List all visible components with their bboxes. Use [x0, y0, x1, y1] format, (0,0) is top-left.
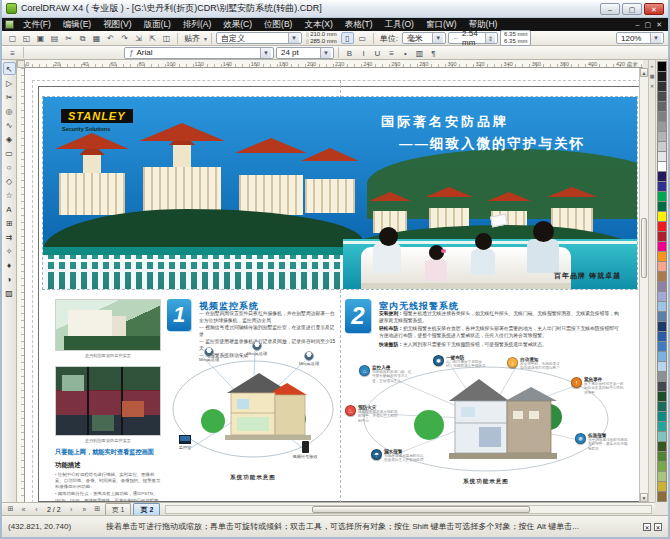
shape-tool[interactable]: ▷ [3, 76, 16, 89]
headline-line2[interactable]: ——细致入微的守护与关怀 [399, 135, 585, 153]
chevron-down-icon[interactable]: ▾ [204, 35, 207, 42]
polygon-tool[interactable]: ◇ [3, 174, 16, 187]
zoom-level-combo[interactable]: 120%▼ [616, 32, 664, 44]
font-family-combo[interactable]: ƒ Arial▼ [124, 47, 274, 59]
ellipse-tool[interactable]: ○ [3, 160, 16, 173]
zoom-tool[interactable]: ◎ [3, 104, 16, 117]
outline-tool[interactable]: ♦ [3, 258, 16, 271]
menu-item[interactable]: 效果(C) [217, 18, 258, 31]
fill-tool[interactable]: ◑ [3, 272, 16, 285]
horizontal-scrollbar[interactable] [165, 505, 652, 514]
horizontal-scroll-thumb[interactable] [312, 506, 530, 513]
vertical-scroll-thumb[interactable] [641, 218, 647, 278]
document-page[interactable]: STANLEY Security Solutions 国际著名安防品牌 ——细致… [38, 86, 640, 502]
section-wireless-alarm[interactable]: 2 室内无线报警系统 安装便利：报警主机通过无线连接各类探头，如无线红外探头、无… [345, 299, 627, 497]
interactive-blend-tool[interactable]: ⇉ [3, 230, 16, 243]
export-icon[interactable]: ⇱ [146, 32, 159, 44]
copy-icon[interactable]: ⧉ [76, 32, 89, 44]
chevron-down-icon[interactable]: ▼ [288, 33, 299, 43]
crop-tool[interactable]: ✂ [3, 90, 16, 103]
add-page-icon[interactable]: ⊞ [92, 505, 103, 513]
brand-slogan[interactable]: 百年品牌 铸就卓越 [554, 271, 621, 281]
headline-line1[interactable]: 国际著名安防品牌 [381, 113, 509, 131]
text-tool[interactable]: A [3, 202, 16, 215]
last-page-icon[interactable]: » [79, 506, 90, 513]
horizontal-ruler[interactable]: 0204060801001201401601802002202402602803… [25, 60, 643, 68]
menu-item[interactable]: 窗口(W) [420, 18, 463, 31]
undo-icon[interactable]: ↶ [104, 32, 117, 44]
flyout-icon[interactable]: ≡ [6, 47, 19, 59]
duplicate-distance-fields[interactable]: 6.35 mm 6.35 mm [500, 30, 531, 46]
table-tool[interactable]: ⊞ [3, 216, 16, 229]
previous-page-icon[interactable]: ‹ [31, 506, 42, 513]
menu-item[interactable]: 文本(X) [298, 18, 338, 31]
underline-icon[interactable]: U [371, 47, 384, 59]
scroll-down-icon[interactable]: ▼ [640, 493, 648, 502]
portrait-orientation-button[interactable]: ▯ [341, 32, 354, 44]
bold-icon[interactable]: B [343, 47, 356, 59]
color-swatch[interactable] [657, 491, 667, 502]
page-tab-2[interactable]: 页 2 [133, 503, 160, 515]
save-icon[interactable]: ▣ [34, 32, 47, 44]
text-align-icon[interactable]: ≡ [385, 47, 398, 59]
stanley-tagline[interactable]: Security Solutions [62, 126, 110, 132]
ruler-origin-corner[interactable] [17, 60, 25, 68]
interactive-fill-tool[interactable]: ▨ [3, 286, 16, 299]
menu-item[interactable]: 编辑(E) [57, 18, 97, 31]
italic-icon[interactable]: I [357, 47, 370, 59]
chevron-down-icon[interactable]: ▼ [320, 48, 331, 58]
menu-item[interactable]: 视图(V) [97, 18, 137, 31]
menu-item[interactable]: 文件(F) [17, 18, 57, 31]
section-video-surveillance[interactable]: 史丹利别墅安防监控实景 史丹利别墅安防监控实景 只要能上网，就能实时查看监控画面… [55, 299, 339, 497]
scroll-up-icon[interactable]: ▲ [640, 68, 648, 77]
print-icon[interactable]: ▤ [48, 32, 61, 44]
maximize-button[interactable]: ▢ [622, 3, 642, 15]
paste-icon[interactable]: ▦ [90, 32, 103, 44]
vertical-scrollbar[interactable]: ▲ ▼ [639, 68, 648, 502]
freehand-tool[interactable]: ∿ [3, 118, 16, 131]
basic-shapes-tool[interactable]: ☆ [3, 188, 16, 201]
application-launcher-icon[interactable]: ◫ [160, 32, 173, 44]
first-page-icon[interactable]: « [18, 506, 29, 513]
brochure-header-artwork[interactable]: STANLEY Security Solutions 国际著名安防品牌 ——细致… [43, 97, 637, 289]
minimize-button[interactable]: – [600, 3, 620, 15]
snap-button[interactable]: 贴齐 [182, 33, 202, 44]
chevron-down-icon[interactable]: ▼ [432, 33, 443, 43]
docker-close-icon[interactable]: ✕ [650, 83, 654, 89]
font-size-combo[interactable]: 24 pt▼ [276, 47, 334, 59]
mdi-restore-button[interactable]: ▢ [645, 21, 652, 29]
redo-icon[interactable]: ↷ [118, 32, 131, 44]
character-formatting-icon[interactable]: ¶ [427, 47, 440, 59]
transform-docker-icon[interactable]: ▩ [650, 73, 655, 79]
columns-icon[interactable]: ▥ [413, 47, 426, 59]
menu-item[interactable]: 工具(O) [379, 18, 420, 31]
new-document-icon[interactable]: ▢ [6, 32, 19, 44]
chevron-down-icon[interactable]: ▼ [650, 33, 661, 43]
mdi-minimize-button[interactable]: – [636, 21, 640, 29]
pick-tool[interactable]: ↖ [3, 62, 16, 75]
menu-item[interactable]: 版面(L) [138, 18, 177, 31]
preset-combo[interactable]: 自定义▼ [216, 32, 302, 44]
menu-item[interactable]: 表格(T) [339, 18, 379, 31]
menu-item[interactable]: 排列(A) [177, 18, 217, 31]
eyedropper-tool[interactable]: ✧ [3, 244, 16, 257]
docker-collapse-icon[interactable]: « [651, 63, 654, 69]
cut-icon[interactable]: ✂ [62, 32, 75, 44]
landscape-orientation-button[interactable]: ▭ [356, 32, 369, 44]
mdi-close-button[interactable]: ✕ [656, 21, 662, 29]
page-tab-1[interactable]: 页 1 [105, 503, 132, 515]
chevron-down-icon[interactable]: ▼ [260, 48, 271, 58]
units-combo[interactable]: 毫米▼ [402, 32, 446, 44]
rectangle-tool[interactable]: ▭ [3, 146, 16, 159]
smart-fill-tool[interactable]: ◈ [3, 132, 16, 145]
paper-size-fields[interactable]: 210.0 mm 285.0 mm [304, 31, 339, 45]
close-button[interactable]: ✕ [644, 3, 664, 15]
open-icon[interactable]: ◱ [20, 32, 33, 44]
bullet-list-icon[interactable]: • [399, 47, 412, 59]
nudge-offset-field[interactable]: ⇔ 2.54 mm⇕ [448, 32, 498, 44]
add-page-icon[interactable]: ⊞ [5, 505, 16, 513]
import-icon[interactable]: ⇲ [132, 32, 145, 44]
stanley-logo[interactable]: STANLEY [61, 109, 133, 123]
vertical-ruler[interactable] [17, 68, 25, 502]
next-page-icon[interactable]: › [66, 506, 77, 513]
